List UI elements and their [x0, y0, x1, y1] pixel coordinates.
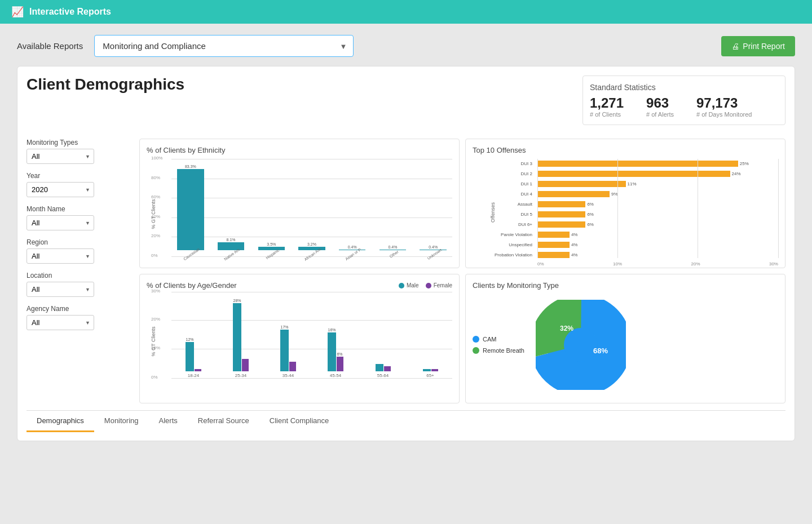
- offense-pct: 24%: [732, 171, 741, 176]
- year-select-wrap: 2020: [27, 182, 94, 197]
- ethnicity-bar-group: 3.5% Hispanic: [252, 159, 290, 256]
- age-group: 16% 6% 45-54: [314, 298, 358, 378]
- pie-legend-cam: CAM: [473, 336, 524, 343]
- eth-bar: [379, 250, 406, 250]
- age-group: 28% 25-34: [219, 298, 263, 378]
- offense-label: Probation Violation: [473, 252, 535, 257]
- offense-pct: 4%: [571, 232, 578, 237]
- tab-referral-source[interactable]: Referral Source: [188, 411, 259, 432]
- offense-pct: 11%: [628, 181, 637, 186]
- clients-label: # of Clients: [590, 111, 624, 118]
- offense-bar: [537, 191, 610, 197]
- ethnicity-bars: 83.3% Caucasian 8.1% Native Am. 3.5% His…: [171, 159, 452, 256]
- clients-value: 1,271: [590, 95, 624, 111]
- print-button[interactable]: 🖨 Print Report: [721, 36, 795, 56]
- age-label: 35-44: [283, 373, 294, 378]
- age-label: 45-54: [330, 373, 341, 378]
- dashboard-card: Client Demographics Standard Statistics …: [17, 66, 795, 441]
- monitoring-types-select-wrap: All: [27, 149, 94, 164]
- age-group: 55-64: [361, 298, 405, 378]
- female-bar: [337, 357, 343, 371]
- agency-name-select[interactable]: All: [27, 315, 94, 330]
- female-legend-dot: [426, 283, 431, 288]
- agency-name-select-wrap: All: [27, 315, 94, 330]
- offense-pct: 25%: [740, 161, 749, 166]
- days-value: 97,173: [696, 95, 752, 111]
- eth-bar-value: 83.3%: [185, 165, 196, 168]
- monitoring-types-select[interactable]: All: [27, 149, 94, 164]
- year-select[interactable]: 2020: [27, 182, 94, 197]
- male-legend-dot: [399, 283, 404, 288]
- month-name-select-wrap: All: [27, 215, 94, 230]
- stats-row: 1,271 # of Clients 963 # of Alerts 97,17…: [590, 95, 778, 118]
- month-name-select[interactable]: All: [27, 215, 94, 230]
- report-select[interactable]: Monitoring and Compliance: [94, 35, 354, 57]
- offense-pct: 4%: [571, 252, 578, 257]
- age-bars: 17%: [280, 298, 295, 371]
- male-bar: [280, 330, 288, 371]
- offense-bar: [537, 221, 585, 228]
- eth-bar-value: 3.2%: [307, 242, 316, 246]
- location-select[interactable]: All: [27, 282, 94, 297]
- eth-bar-value: 0.4%: [429, 245, 438, 249]
- age-bars: [376, 298, 391, 371]
- age-group: 65+: [408, 298, 452, 378]
- female-bar: [289, 362, 296, 371]
- remote-breath-dot: [473, 347, 479, 354]
- offense-label: DUI 5: [473, 212, 535, 217]
- age-label: 18-24: [188, 373, 199, 378]
- agency-name-label: Agency Name: [27, 305, 134, 313]
- eth-bar: [177, 169, 204, 250]
- age-group: 12% 18-24: [171, 298, 215, 378]
- cam-label: CAM: [483, 336, 496, 343]
- ethnicity-bar-group: 3.2% African Am.: [293, 159, 331, 256]
- age-label: 25-34: [235, 373, 246, 378]
- print-label: Print Report: [743, 42, 785, 51]
- monitoring-types-label: Monitoring Types: [27, 139, 134, 146]
- region-select[interactable]: All: [27, 248, 94, 264]
- legend-female: Female: [426, 282, 452, 288]
- offense-label: DUI 3: [473, 161, 535, 166]
- monitoring-types-filter: Monitoring Types All: [27, 139, 134, 164]
- female-bar: [431, 369, 438, 371]
- offenses-chart-title: Top 10 Offenses: [473, 146, 778, 154]
- age-bars: 28%: [233, 298, 248, 371]
- offense-label: Unspecified: [473, 242, 535, 247]
- age-gender-bars: 12% 18-24 28% 25-34 17%: [171, 292, 452, 378]
- pie-label-remote: 32%: [560, 325, 573, 332]
- offense-bar-row: DUI 5 6%: [537, 210, 778, 219]
- offense-bar-row: Probation Violation 4%: [537, 250, 778, 259]
- days-stat: 97,173 # of Days Monitored: [696, 95, 752, 118]
- offense-bar-row: Parole Violation 4%: [537, 230, 778, 239]
- location-select-wrap: All: [27, 282, 94, 297]
- female-bar: [242, 359, 249, 371]
- offenses-bars: DUI 3 25% DUI 2 24% DUI 1 11% DUI 4 9% A…: [537, 159, 778, 259]
- offense-bar: [537, 201, 585, 207]
- tab-monitoring[interactable]: Monitoring: [94, 411, 149, 432]
- region-filter: Region All: [27, 238, 134, 264]
- toolbar-row: Available Reports Monitoring and Complia…: [17, 35, 795, 57]
- eth-bar-label: Other: [389, 250, 399, 259]
- eth-bar-value: 8.1%: [227, 238, 236, 242]
- agency-name-filter: Agency Name All: [27, 305, 134, 330]
- male-bar: [233, 303, 241, 371]
- pie-legend: CAM Remote Breath: [473, 336, 524, 354]
- cam-dot: [473, 336, 479, 343]
- alerts-value: 963: [646, 95, 674, 111]
- ethnicity-bar-group: 0.4% Unknown: [414, 159, 452, 256]
- main-area: Available Reports Monitoring and Complia…: [0, 24, 812, 452]
- pie-label-cam: 68%: [593, 347, 608, 355]
- offenses-chart-area: Offenses DUI 3 25% DUI 2 24% DUI 1 11% D…: [473, 159, 778, 266]
- year-filter: Year 2020: [27, 172, 134, 197]
- alerts-label: # of Alerts: [646, 111, 674, 118]
- offense-bar-row: DUI 1 11%: [537, 179, 778, 188]
- offense-bar: [537, 232, 570, 238]
- days-label: # of Days Monitored: [696, 111, 752, 118]
- tab-demographics[interactable]: Demographics: [27, 411, 94, 432]
- app-title: Interactive Reports: [29, 7, 111, 17]
- tab-client-compliance[interactable]: Client Compliance: [259, 411, 339, 432]
- offenses-chart-box: Top 10 Offenses Offenses DUI 3 25% DUI 2…: [465, 139, 785, 268]
- eth-bar: [258, 247, 285, 250]
- tab-alerts[interactable]: Alerts: [149, 411, 188, 432]
- female-bar: [195, 369, 201, 371]
